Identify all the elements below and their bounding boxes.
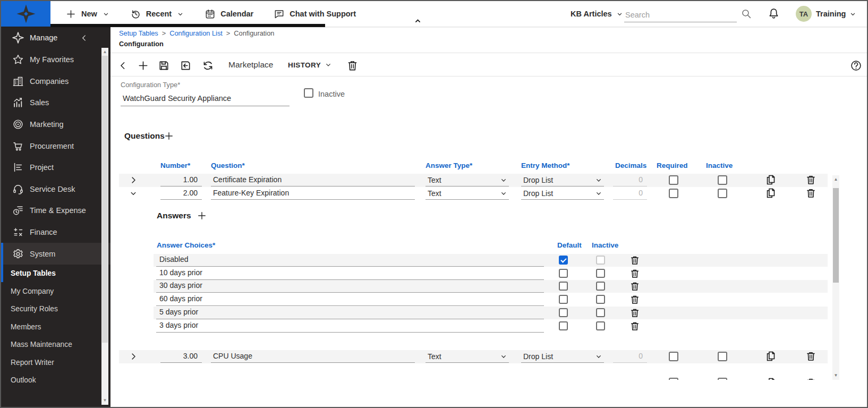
breadcrumb-setup-tables[interactable]: Setup Tables <box>119 29 158 37</box>
answer-inactive-checkbox[interactable] <box>596 308 605 317</box>
search-icon[interactable] <box>741 8 752 19</box>
sidebar-item-time-expense[interactable]: Time & Expense <box>1 200 110 222</box>
delete-row-button[interactable] <box>805 377 816 380</box>
back-button[interactable] <box>116 58 130 72</box>
expand-row-button[interactable] <box>129 352 138 361</box>
save-and-close-button[interactable] <box>178 58 192 72</box>
default-checkbox[interactable] <box>559 269 568 278</box>
user-avatar[interactable]: TA <box>796 6 812 22</box>
answer-type-select[interactable]: Text <box>426 350 509 363</box>
question-text-field[interactable]: CPU Usage <box>211 350 415 363</box>
delete-answer-button[interactable] <box>629 294 640 305</box>
scrollbar-up-arrow[interactable]: ▲ <box>101 49 108 55</box>
question-text-field[interactable]: Certificate Expiration <box>211 174 415 186</box>
answer-inactive-checkbox[interactable] <box>596 269 605 278</box>
sidebar-item-procurement[interactable]: Procurement <box>1 135 110 157</box>
decimals-field[interactable]: 0 <box>613 350 647 363</box>
topmenu-chat-with-support[interactable]: Chat with Support <box>263 1 366 27</box>
notifications-bell-icon[interactable] <box>768 7 780 20</box>
delete-answer-button[interactable] <box>629 255 640 266</box>
collapse-header-chevron[interactable] <box>413 16 423 26</box>
copy-row-button[interactable] <box>765 351 776 362</box>
breadcrumb-configuration-list[interactable]: Configuration List <box>169 29 223 37</box>
copy-row-button[interactable] <box>765 377 776 380</box>
sidebar-item-project[interactable]: Project <box>1 157 110 178</box>
topmenu-new[interactable]: New <box>55 1 120 27</box>
sidebar-item-service-desk[interactable]: Service Desk <box>1 178 110 200</box>
answer-choice-field[interactable]: 10 days prior <box>156 267 544 280</box>
collapse-sidebar-icon[interactable] <box>80 33 89 42</box>
entry-method-select[interactable]: Drop List <box>521 350 604 363</box>
default-checkbox[interactable] <box>559 256 568 265</box>
app-logo[interactable] <box>1 1 50 27</box>
answer-type-select[interactable]: Text <box>426 174 509 186</box>
scrollbar-down-arrow[interactable]: ▼ <box>832 372 839 379</box>
questions-scrollbar[interactable]: ▲ ▼ <box>832 175 839 380</box>
row-inactive-checkbox[interactable] <box>718 189 727 198</box>
question-text-field[interactable]: Feature-Key Expiration <box>211 187 415 200</box>
refresh-button[interactable] <box>201 58 215 72</box>
search-input[interactable] <box>624 10 737 22</box>
history-dropdown[interactable]: HISTORY <box>288 61 333 69</box>
inactive-checkbox[interactable] <box>304 88 313 98</box>
help-button[interactable] <box>849 58 863 72</box>
decimals-field[interactable]: 0 <box>613 187 647 200</box>
sidebar-item-marketing[interactable]: Marketing <box>1 114 110 135</box>
decimals-field[interactable]: 0 <box>613 174 647 186</box>
copy-row-button[interactable] <box>765 174 776 185</box>
default-checkbox[interactable] <box>559 308 568 317</box>
delete-button[interactable] <box>345 58 359 72</box>
required-checkbox[interactable] <box>669 378 678 380</box>
answer-choice-field[interactable]: 5 days prior <box>156 307 544 319</box>
expand-row-button[interactable] <box>129 175 138 185</box>
delete-answer-button[interactable] <box>629 308 640 318</box>
topmenu-recent[interactable]: Recent <box>120 1 194 27</box>
scrollbar-down-arrow[interactable]: ▼ <box>101 397 108 404</box>
scrollbar-up-arrow[interactable]: ▲ <box>832 176 839 183</box>
configuration-type-field[interactable]: WatchGuard Security Appliance <box>123 94 231 103</box>
question-number-field[interactable]: 1.00 <box>160 174 202 186</box>
delete-answer-button[interactable] <box>629 268 640 279</box>
row-inactive-checkbox[interactable] <box>718 175 727 185</box>
sidebar-item-my-favorites[interactable]: My Favorites <box>1 49 110 71</box>
question-number-field[interactable]: 3.00 <box>160 350 202 363</box>
sidebar-item-system[interactable]: System <box>1 243 110 265</box>
marketplace-button[interactable]: Marketplace <box>228 60 273 70</box>
delete-answer-button[interactable] <box>629 321 640 332</box>
sidebar-subitem-report-writer[interactable]: Report Writer <box>1 353 110 371</box>
delete-row-button[interactable] <box>805 174 816 185</box>
sidebar-item-sales[interactable]: Sales <box>1 92 110 114</box>
question-number-field[interactable]: 2.00 <box>160 187 202 200</box>
default-checkbox[interactable] <box>559 295 568 304</box>
sidebar-item-finance[interactable]: Finance <box>1 222 110 243</box>
add-question-button[interactable] <box>164 131 174 141</box>
answer-choice-field[interactable]: 3 days prior <box>156 320 544 333</box>
sidebar-subitem-security-roles[interactable]: Security Roles <box>1 300 110 318</box>
sidebar-scrollbar[interactable]: ▲ ▼ <box>101 48 108 405</box>
entry-method-select[interactable]: Drop List <box>521 174 604 186</box>
answer-inactive-checkbox[interactable] <box>596 321 605 330</box>
default-checkbox[interactable] <box>559 321 568 330</box>
add-answer-button[interactable] <box>197 210 207 221</box>
answer-inactive-checkbox[interactable] <box>596 256 605 265</box>
copy-row-button[interactable] <box>765 188 776 199</box>
topmenu-calendar[interactable]: Calendar <box>194 1 263 27</box>
sidebar-subitem-mass-maintenance[interactable]: Mass Maintenance <box>1 336 110 354</box>
expand-row-button[interactable] <box>129 189 138 198</box>
questions-scrollbar-thumb[interactable] <box>833 188 839 283</box>
add-button[interactable] <box>136 58 150 72</box>
user-menu[interactable]: Training <box>816 1 857 27</box>
sidebar-item-companies[interactable]: Companies <box>1 71 110 92</box>
sidebar-subitem-my-company[interactable]: My Company <box>1 282 110 300</box>
required-checkbox[interactable] <box>669 189 678 198</box>
row-inactive-checkbox[interactable] <box>718 378 727 380</box>
delete-row-button[interactable] <box>805 188 816 199</box>
answer-type-select[interactable]: Text <box>426 187 509 200</box>
answer-choice-field[interactable]: 60 days prior <box>156 293 544 306</box>
delete-row-button[interactable] <box>805 351 816 362</box>
sidebar-subitem-setup-tables[interactable]: Setup Tables <box>1 265 110 283</box>
answer-inactive-checkbox[interactable] <box>596 295 605 304</box>
default-checkbox[interactable] <box>559 282 568 291</box>
answer-inactive-checkbox[interactable] <box>596 282 605 291</box>
answer-choice-field[interactable]: Disabled <box>156 254 544 267</box>
